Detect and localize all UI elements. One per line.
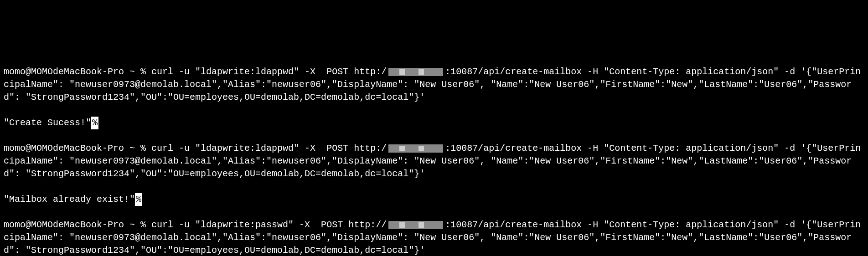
command-text: curl -u "ldapwrite:ldappwd" -X POST http… (151, 67, 387, 77)
shell-prompt: momo@MOMOdeMacBook-Pro ~ % (4, 220, 151, 230)
redacted-host (388, 221, 443, 229)
percent-icon: % (135, 193, 142, 206)
command-text: curl -u "ldapwrite:passwd" -X POST http:… (151, 220, 387, 230)
response-text: "Create Sucess!" (4, 118, 91, 128)
terminal-output[interactable]: momo@MOMOdeMacBook-Pro ~ % curl -u "ldap… (4, 53, 864, 256)
response-line: "Mailbox already exist!"% (4, 193, 864, 206)
percent-icon: % (91, 117, 98, 129)
terminal-line: momo@MOMOdeMacBook-Pro ~ % curl -u "ldap… (4, 142, 864, 180)
response-line: "Create Sucess!"% (4, 117, 864, 129)
response-text: "Mailbox already exist!" (4, 194, 135, 205)
terminal-line: momo@MOMOdeMacBook-Pro ~ % curl -u "ldap… (4, 66, 864, 104)
redacted-host (388, 68, 443, 76)
command-text: curl -u "ldapwrite:ldappwd" -X POST http… (151, 143, 387, 154)
shell-prompt: momo@MOMOdeMacBook-Pro ~ % (4, 67, 151, 77)
terminal-line: momo@MOMOdeMacBook-Pro ~ % curl -u "ldap… (4, 219, 864, 256)
redacted-host (388, 144, 443, 153)
shell-prompt: momo@MOMOdeMacBook-Pro ~ % (4, 143, 151, 154)
